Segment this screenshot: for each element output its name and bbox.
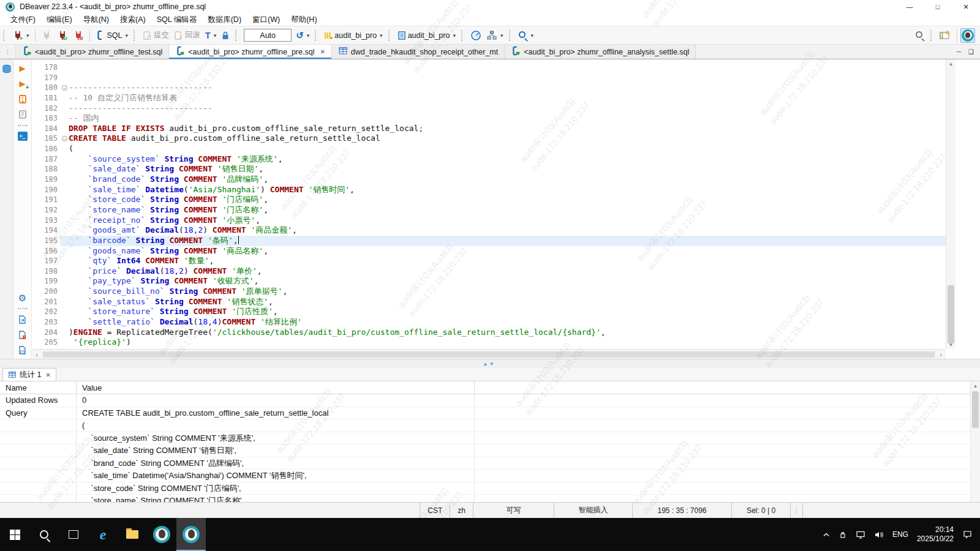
lock-button[interactable] — [219, 29, 232, 42]
grid-cell-name[interactable] — [0, 495, 77, 502]
autocommit-select[interactable]: Auto — [244, 29, 292, 42]
file-brackets-button[interactable]: (o) — [18, 345, 27, 355]
grid-row[interactable]: ( — [0, 419, 970, 432]
code-line[interactable]: 198 `price` Decimal(18,2) COMMENT '单价', — [32, 266, 946, 277]
execute-new-tab-button[interactable]: ▶ + — [20, 78, 26, 89]
input-language-indicator[interactable]: ENG — [892, 530, 908, 539]
grid-cell-value[interactable]: `store_code` String COMMENT '门店编码', — [77, 482, 475, 495]
code-line[interactable]: 187 `source_system` String COMMENT '来源系统… — [32, 154, 946, 165]
chevron-down-icon[interactable]: ▾ — [26, 32, 29, 39]
editor-tab-3[interactable]: dwd_trade_hkaudit_shop_receipt_other_mt — [332, 45, 505, 59]
sash-expand-icon[interactable]: ▴ — [484, 361, 487, 367]
grid-row[interactable]: `brand_code` String COMMENT '品牌编码', — [0, 457, 970, 470]
code-line[interactable]: 204)ENGINE = ReplicatedMergeTree('/click… — [32, 328, 946, 338]
grid-row[interactable]: `store_name` String COMMENT '门店名称', — [0, 495, 970, 502]
scroll-up-icon[interactable]: ▲ — [971, 381, 980, 390]
scrollbar-thumb[interactable] — [43, 351, 935, 358]
grid-cell-value[interactable]: `brand_code` String COMMENT '品牌编码', — [77, 457, 475, 470]
grid-row[interactable]: Updated Rows0 — [0, 394, 970, 407]
editor-tab-1[interactable]: <audit_bi_pro> zhumr_offline_test.sql — [16, 45, 169, 59]
menu-item-1[interactable]: 文件(F) — [5, 15, 41, 25]
chevron-down-icon[interactable]: ▾ — [380, 32, 383, 39]
code-line[interactable]: 190 `sale_time` Datetime('Asia/Shanghai'… — [32, 185, 946, 195]
code-line[interactable]: 186( — [32, 144, 946, 154]
code-line[interactable]: 188 `sale_date` String COMMENT '销售日期', — [32, 164, 946, 174]
grid-cell-value[interactable]: CREATE TABLE audit_bi_pro.custom_offline… — [77, 407, 475, 419]
window-minimize-button[interactable]: — — [895, 0, 924, 13]
file-explorer-button[interactable] — [118, 518, 147, 551]
grid-cell-name[interactable]: Updated Rows — [0, 394, 77, 407]
sql-code-editor[interactable]: 178179180------------------------------1… — [32, 59, 980, 359]
grid-cell-name[interactable] — [0, 419, 77, 432]
code-line[interactable]: 181-- 10 自定义门店销售结算表 — [32, 93, 946, 103]
speaker-icon[interactable] — [874, 531, 884, 539]
sql-editor-button[interactable]: SQL ▾ — [93, 29, 131, 42]
code-line[interactable]: 196 `goods_name` String COMMENT '商品名称', — [32, 246, 946, 257]
code-line[interactable]: 178 — [32, 62, 946, 73]
scroll-right-icon[interactable]: › — [936, 351, 946, 358]
grid-cell-value[interactable]: 0 — [77, 394, 475, 407]
menu-item-8[interactable]: 帮助(H) — [285, 15, 322, 25]
grid-cell-name[interactable] — [0, 444, 77, 457]
fold-collapse-icon[interactable] — [60, 133, 69, 144]
transaction-history-button[interactable]: ↺ ▾ — [293, 29, 312, 41]
transaction-log-button[interactable]: T ▾ — [203, 30, 219, 41]
code-line[interactable]: 183-- 国内 — [32, 113, 946, 124]
action-center-icon[interactable] — [962, 530, 973, 539]
code-line[interactable]: 200 `source_bill_no` String COMMENT '原单据… — [32, 287, 946, 297]
export-file-button[interactable] — [18, 315, 27, 324]
quick-search-button[interactable] — [913, 29, 927, 41]
terminal-icon[interactable]: >_ — [18, 132, 28, 141]
grid-row[interactable]: `sale_date` String COMMENT '销售日期', — [0, 444, 970, 457]
grid-row[interactable]: QueryCREATE TABLE audit_bi_pro.custom_of… — [0, 407, 970, 420]
start-button[interactable] — [0, 518, 29, 551]
window-maximize-button[interactable]: □ — [924, 0, 952, 13]
menu-item-7[interactable]: 窗口(W) — [247, 15, 285, 25]
internet-explorer-button[interactable]: e — [88, 518, 118, 551]
grid-cell-value[interactable]: ( — [77, 419, 475, 432]
statistics-tab[interactable]: 统计 1 ✕ — [2, 368, 56, 381]
code-line[interactable]: 202 `store_nature` String COMMENT '门店性质'… — [32, 307, 946, 317]
disconnect-button[interactable]: ✕ — [70, 29, 86, 42]
code-line[interactable]: 191 `store_code` String COMMENT '门店编码', — [32, 195, 946, 205]
chevron-down-icon[interactable]: ▾ — [214, 32, 217, 39]
cluster-button[interactable]: ▾ — [484, 29, 506, 42]
editor-results-sash[interactable]: ▴ ▾ — [0, 359, 980, 368]
code-line[interactable]: 182------------------------------ — [32, 103, 946, 114]
chevron-down-icon[interactable]: ▾ — [307, 32, 310, 39]
scrollbar-thumb[interactable] — [948, 285, 954, 343]
code-line[interactable]: 195 `barcode` String COMMENT '条码', — [32, 236, 946, 246]
connection-selector[interactable]: audit_bi_pro ▾ — [322, 29, 385, 42]
dbeaver-taskbar-button-active[interactable] — [176, 518, 206, 551]
new-connection-button[interactable]: + ▾ — [10, 29, 32, 42]
chevron-down-icon[interactable]: ▾ — [500, 32, 503, 39]
code-line[interactable]: 203 `settle_ratio` Decimal(18,4)COMMENT … — [32, 317, 946, 328]
explain-plan-button[interactable] — [18, 110, 28, 119]
grid-cell-name[interactable] — [0, 482, 77, 495]
editor-tab-4[interactable]: <audit_bi_pro> zhumr_offline_analysis_se… — [505, 45, 696, 59]
menu-item-2[interactable]: 编辑(E) — [41, 15, 78, 25]
grid-row[interactable]: `source_system` String COMMENT '来源系统', — [0, 432, 970, 445]
scrollbar-thumb[interactable] — [972, 391, 979, 428]
code-line[interactable]: 199 `pay_type` String COMMENT '收银方式', — [32, 276, 946, 287]
window-close-button[interactable]: ✕ — [952, 0, 980, 13]
code-line[interactable]: 180------------------------------ — [32, 83, 946, 93]
grid-cell-value[interactable]: `source_system` String COMMENT '来源系统', — [77, 432, 475, 444]
menu-item-6[interactable]: 数据库(D) — [202, 15, 247, 25]
file-error-button[interactable]: ! — [18, 330, 27, 340]
task-view-button[interactable] — [59, 518, 88, 551]
chevron-down-icon[interactable]: ▾ — [531, 32, 534, 39]
grid-cell-value[interactable]: `sale_time` Datetime('Asia/Shanghai') CO… — [77, 470, 475, 482]
grid-row[interactable]: `sale_time` Datetime('Asia/Shanghai') CO… — [0, 470, 970, 482]
usb-icon[interactable] — [839, 530, 847, 539]
grid-cell-value[interactable]: `sale_date` String COMMENT '销售日期', — [77, 444, 475, 457]
code-line[interactable]: 185CREATE TABLE audit_bi_pro.custom_offl… — [32, 133, 946, 144]
editor-tab-2[interactable]: <audit_bi_pro> zhumr_offline_pre.sql✕ — [169, 45, 332, 59]
commit-button[interactable]: 提交 — [140, 29, 172, 42]
scroll-left-icon[interactable]: ‹ — [32, 351, 42, 358]
editor-horizontal-scrollbar[interactable]: ‹ › — [32, 349, 946, 359]
tab-close-icon[interactable]: ✕ — [45, 372, 50, 378]
db-search-button[interactable]: ▾ — [516, 29, 537, 41]
chevron-down-icon[interactable]: ▾ — [453, 32, 456, 39]
code-line[interactable]: 179 — [32, 73, 946, 83]
